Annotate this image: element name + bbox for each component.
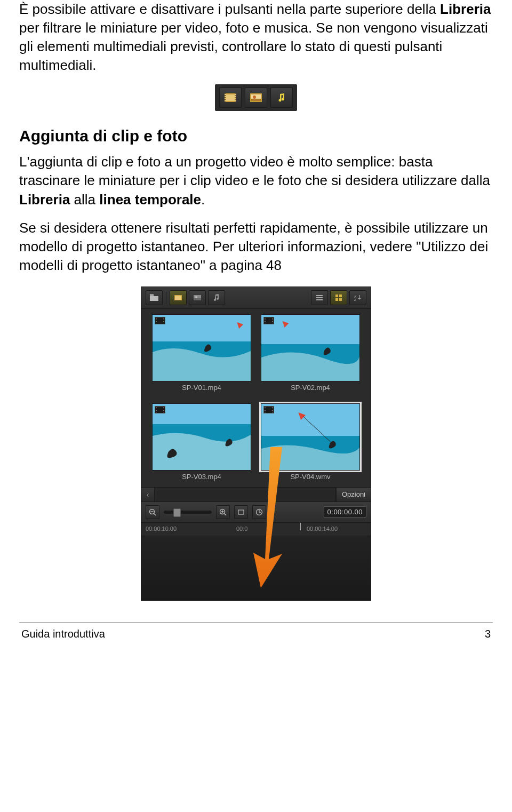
- svg-text:Z: Z: [354, 298, 356, 301]
- body-paragraph-1: L'aggiunta di clip e foto a un progetto …: [19, 153, 493, 209]
- text-bold: Libreria: [440, 1, 491, 17]
- playhead-icon[interactable]: [300, 523, 301, 530]
- text: alla: [70, 192, 99, 208]
- svg-rect-37: [261, 404, 359, 436]
- text: per filtrare le miniature per video, fot…: [19, 20, 488, 73]
- library-toolbar: AZ: [141, 287, 371, 309]
- audio-filter-button[interactable]: [270, 87, 293, 108]
- video-filter-button[interactable]: [219, 87, 242, 108]
- video-tab-button[interactable]: [170, 290, 187, 305]
- svg-rect-31: [153, 315, 251, 341]
- svg-line-50: [259, 512, 261, 513]
- svg-point-20: [195, 296, 197, 298]
- library-timeline-screenshot: AZ SP-V01.mp4: [141, 286, 371, 601]
- intro-paragraph: È possibile attivare e disattivare i pul…: [19, 0, 493, 75]
- svg-rect-9: [235, 96, 236, 97]
- svg-rect-15: [251, 99, 261, 101]
- svg-rect-21: [194, 298, 201, 300]
- svg-line-44: [225, 513, 227, 515]
- svg-rect-7: [225, 100, 226, 101]
- svg-rect-24: [316, 299, 323, 300]
- thumbnail-label: SP-V01.mp4: [152, 381, 251, 392]
- thumbnail-label: SP-V04.wmv: [261, 471, 360, 481]
- svg-rect-47: [238, 510, 244, 514]
- svg-rect-4: [225, 94, 226, 95]
- svg-rect-23: [316, 297, 323, 298]
- text: .: [201, 192, 205, 208]
- svg-rect-1: [226, 94, 235, 101]
- timecode-display[interactable]: 0:00:00.00: [324, 506, 366, 518]
- text: È possibile attivare e disattivare i pul…: [19, 1, 440, 17]
- zoom-slider[interactable]: [164, 511, 212, 514]
- svg-rect-5: [225, 96, 226, 97]
- video-badge-icon: [263, 317, 274, 324]
- svg-rect-25: [335, 294, 338, 297]
- svg-rect-22: [316, 295, 323, 296]
- divider: [166, 292, 166, 304]
- svg-rect-16: [150, 294, 154, 296]
- text-bold: Libreria: [19, 192, 70, 208]
- thumbnail-item-selected[interactable]: SP-V04.wmv: [261, 403, 360, 485]
- thumbnail-label: SP-V03.mp4: [152, 471, 251, 481]
- svg-rect-8: [235, 94, 236, 95]
- timeline-controls: 0:00:00.00: [141, 501, 371, 522]
- ruler-label: 00:00:10.00: [146, 526, 177, 532]
- thumbnail-item[interactable]: SP-V02.mp4: [261, 314, 360, 396]
- sort-button[interactable]: AZ: [349, 290, 366, 305]
- list-view-button[interactable]: [311, 290, 328, 305]
- svg-rect-27: [335, 298, 338, 301]
- svg-rect-26: [339, 294, 342, 297]
- section-heading: Aggiunta di clip e foto: [19, 127, 493, 145]
- video-badge-icon: [155, 317, 165, 324]
- text-bold: linea temporale: [99, 192, 201, 208]
- text: L'aggiunta di clip e foto a un progetto …: [19, 154, 490, 188]
- scroll-track[interactable]: [155, 488, 336, 501]
- svg-rect-10: [235, 98, 236, 99]
- footer-title: Guida introduttiva: [21, 628, 105, 640]
- page-number: 3: [485, 628, 491, 640]
- svg-rect-35: [153, 404, 251, 424]
- thumbnail-grid: SP-V01.mp4 SP-V02.mp4: [141, 309, 371, 487]
- svg-rect-6: [225, 98, 226, 99]
- audio-tab-button[interactable]: [208, 290, 225, 305]
- zoom-in-button[interactable]: [216, 505, 230, 519]
- photo-tab-button[interactable]: [189, 290, 206, 305]
- timeline-ruler[interactable]: 00:00:10.00 00:0 00:00:14.00: [141, 522, 371, 536]
- folder-button[interactable]: [146, 290, 163, 305]
- svg-line-41: [154, 513, 156, 515]
- svg-rect-33: [261, 315, 359, 344]
- scroll-left-button[interactable]: ‹: [141, 488, 155, 501]
- timeline-tracks[interactable]: [141, 536, 371, 600]
- library-scrollbar-row: ‹ Opzioni: [141, 487, 371, 501]
- photo-filter-button[interactable]: [245, 87, 267, 108]
- svg-rect-11: [235, 100, 236, 101]
- clock-button[interactable]: [252, 505, 266, 519]
- svg-rect-18: [175, 296, 181, 300]
- body-paragraph-2: Se si desidera ottenere risultati perfet…: [19, 219, 493, 275]
- grid-view-button[interactable]: [330, 290, 347, 305]
- filter-toolbar: [215, 84, 297, 111]
- thumbnail-item[interactable]: SP-V01.mp4: [152, 314, 251, 396]
- video-badge-icon: [263, 406, 274, 413]
- svg-rect-28: [339, 298, 342, 301]
- svg-point-14: [253, 95, 256, 99]
- video-badge-icon: [155, 406, 165, 413]
- fit-button[interactable]: [234, 505, 248, 519]
- thumbnail-item[interactable]: SP-V03.mp4: [152, 403, 251, 485]
- thumbnail-label: SP-V02.mp4: [261, 381, 360, 392]
- zoom-out-button[interactable]: [146, 505, 159, 519]
- ruler-label: 00:0: [236, 526, 247, 532]
- ruler-label: 00:00:14.00: [307, 526, 338, 532]
- options-button[interactable]: Opzioni: [336, 488, 371, 501]
- page-footer: Guida introduttiva 3: [19, 622, 493, 640]
